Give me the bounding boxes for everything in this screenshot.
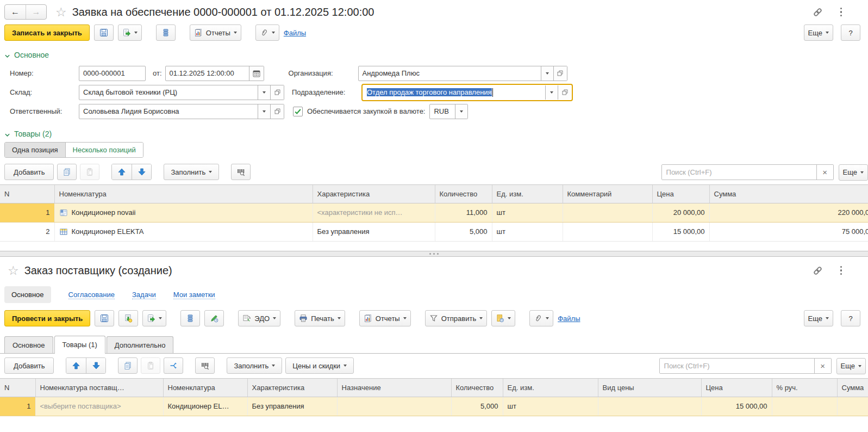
attachments-button[interactable] xyxy=(255,24,279,41)
window-splitter[interactable] xyxy=(0,251,868,257)
col-header-sum[interactable]: Сумма xyxy=(709,185,868,203)
cell-comment[interactable] xyxy=(563,222,652,241)
col-header-n[interactable]: N xyxy=(0,379,35,397)
request-table-row-2[interactable]: 2 Кондиционер ELEKTA Без управления 5,00… xyxy=(0,222,868,241)
copy-row-button[interactable] xyxy=(57,164,77,180)
cell-n[interactable]: 1 xyxy=(0,397,35,416)
link-chain-icon[interactable] xyxy=(813,7,823,17)
add-row-button[interactable]: Добавить xyxy=(4,164,54,180)
send-button[interactable]: Отправить xyxy=(425,310,487,326)
organization-open-button[interactable] xyxy=(553,66,567,81)
copy-row-button[interactable] xyxy=(118,357,138,374)
col-header-unit[interactable]: Ед. изм. xyxy=(503,379,598,397)
edo-button[interactable]: ЭДО xyxy=(238,310,280,326)
date-field[interactable]: 01.12.2025 12:00:00 xyxy=(165,66,264,81)
save-close-button[interactable]: Записать и закрыть xyxy=(4,24,90,41)
deferred-edit-button[interactable] xyxy=(204,310,224,326)
reports-button[interactable]: Отчеты xyxy=(190,24,241,41)
more-button[interactable]: Еще xyxy=(804,24,833,41)
reports-button[interactable]: Отчеты xyxy=(359,310,411,326)
cell-characteristic[interactable]: Без управления xyxy=(247,397,337,416)
help-button[interactable]: ? xyxy=(841,24,860,41)
col-header-unit[interactable]: Ед. изм. xyxy=(492,185,563,203)
nav-item-approval[interactable]: Согласование xyxy=(68,291,115,299)
responsible-field[interactable]: Соловьева Лидия Борисовна xyxy=(79,104,284,119)
prices-discounts-button[interactable]: Цены и скидки xyxy=(285,357,354,374)
cell-n[interactable]: 2 xyxy=(0,222,54,241)
nav-item-main[interactable]: Основное xyxy=(4,286,51,303)
number-field[interactable]: 0000-000001 xyxy=(79,66,146,81)
department-dropdown-button[interactable] xyxy=(545,85,558,100)
department-field[interactable]: Отдел продаж торгового направления xyxy=(363,85,572,100)
files-link[interactable]: Файлы xyxy=(558,314,580,323)
schedule-document-button[interactable] xyxy=(491,310,515,326)
attachments-button[interactable] xyxy=(529,310,553,326)
cell-n[interactable]: 1 xyxy=(0,203,54,222)
search-input[interactable] xyxy=(662,165,816,180)
calendar-button[interactable] xyxy=(249,66,264,81)
move-up-button[interactable] xyxy=(112,164,132,180)
cell-quantity[interactable]: 5,000 xyxy=(451,397,503,416)
kebab-menu-icon[interactable] xyxy=(839,265,844,276)
col-header-quantity[interactable]: Количество xyxy=(435,185,492,203)
col-header-manual-percent[interactable]: % руч. xyxy=(772,379,837,397)
kebab-menu-icon[interactable] xyxy=(839,7,844,18)
move-down-button[interactable] xyxy=(132,164,151,180)
cell-characteristic[interactable]: Без управления xyxy=(313,222,435,241)
col-header-nomenclature[interactable]: Номенклатура xyxy=(163,379,247,397)
create-based-button[interactable] xyxy=(118,24,142,41)
favorite-star-icon[interactable]: ☆ xyxy=(8,264,19,277)
move-down-button[interactable] xyxy=(86,358,105,373)
more-button[interactable]: Еще xyxy=(804,310,833,326)
post-close-button[interactable]: Провести и закрыть xyxy=(4,310,90,326)
warehouse-open-button[interactable] xyxy=(270,85,284,100)
create-based-button[interactable] xyxy=(142,310,166,326)
favorite-star-icon[interactable]: ☆ xyxy=(55,6,67,18)
split-row-button[interactable] xyxy=(164,357,183,374)
cell-unit[interactable]: шт xyxy=(492,222,563,241)
col-header-price[interactable]: Цена xyxy=(652,185,709,203)
section-main-header[interactable]: Основное xyxy=(0,46,868,62)
search-input[interactable] xyxy=(660,359,814,373)
move-up-button[interactable] xyxy=(66,358,86,373)
col-header-purpose[interactable]: Назначение xyxy=(337,379,451,397)
nav-item-notes[interactable]: Мои заметки xyxy=(173,291,215,299)
warehouse-field[interactable]: Склад бытовой техники (РЦ) xyxy=(79,85,284,100)
cell-price-kind[interactable] xyxy=(598,397,701,416)
col-header-characteristic[interactable]: Характеристика xyxy=(247,379,337,397)
help-button[interactable]: ? xyxy=(841,310,860,326)
responsible-open-button[interactable] xyxy=(270,104,284,119)
save-button[interactable] xyxy=(94,24,114,41)
cell-sum[interactable]: 75 000,00 xyxy=(709,222,868,241)
cell-comment[interactable] xyxy=(563,203,652,222)
cell-sum[interactable]: 220 000,00 xyxy=(709,203,868,222)
responsible-dropdown-button[interactable] xyxy=(258,104,270,119)
mode-multiple-positions[interactable]: Несколько позиций xyxy=(65,143,143,157)
add-row-button[interactable]: Добавить xyxy=(4,357,54,374)
paste-row-button[interactable] xyxy=(141,357,160,374)
cell-price[interactable]: 20 000,00 xyxy=(652,203,709,222)
tab-extra[interactable]: Дополнительно xyxy=(107,336,174,353)
cell-quantity[interactable]: 5,000 xyxy=(435,222,492,241)
structure-button[interactable] xyxy=(156,24,176,41)
forward-button[interactable]: → xyxy=(26,5,46,19)
col-header-quantity[interactable]: Количество xyxy=(451,379,503,397)
col-header-characteristic[interactable]: Характеристика xyxy=(313,185,435,203)
warehouse-dropdown-button[interactable] xyxy=(258,85,270,100)
organization-dropdown-button[interactable] xyxy=(541,66,553,81)
col-header-n[interactable]: N xyxy=(0,185,54,203)
cell-purpose[interactable] xyxy=(337,397,451,416)
mode-single-position[interactable]: Одна позиция xyxy=(5,143,65,157)
cell-nomenclature[interactable]: Кондиционер ELEKTA xyxy=(54,222,313,241)
table-more-button[interactable]: Еще xyxy=(839,164,868,181)
back-button[interactable]: ← xyxy=(5,5,26,19)
tab-main[interactable]: Основное xyxy=(4,336,53,353)
col-header-nomenclature[interactable]: Номенклатура xyxy=(54,185,313,203)
post-document-button[interactable] xyxy=(118,310,138,326)
table-more-button[interactable]: Еще xyxy=(836,358,866,374)
request-table-row-1[interactable]: 1 Кондиционер novaii <характеристики не … xyxy=(0,203,868,222)
currency-field[interactable]: RUB xyxy=(429,104,468,119)
col-header-price-kind[interactable]: Вид цены xyxy=(598,379,701,397)
cell-price[interactable]: 15 000,00 xyxy=(701,397,772,416)
cell-supplier-item[interactable]: <выберите поставщика> xyxy=(35,397,163,416)
